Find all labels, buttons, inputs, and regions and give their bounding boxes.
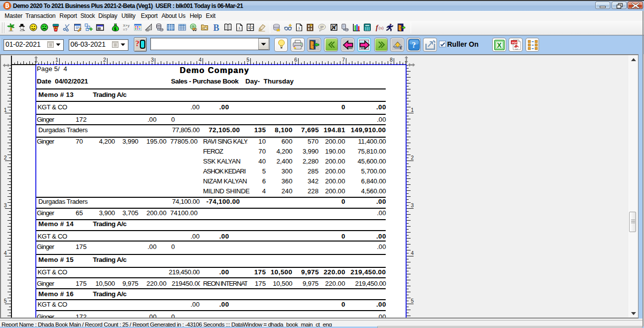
svg-text:1: 1 xyxy=(400,45,402,50)
svg-text:2: 2 xyxy=(251,25,254,30)
svg-text:(x): (x) xyxy=(379,26,384,30)
svg-text:.1.: .1. xyxy=(237,26,241,30)
svg-text:B: B xyxy=(214,23,219,33)
svg-text:N: N xyxy=(332,25,335,30)
svg-text:$: $ xyxy=(114,26,116,31)
svg-text:tool: tool xyxy=(515,48,518,50)
svg-text:PDF: PDF xyxy=(512,41,518,44)
svg-text:=?: =? xyxy=(123,27,127,32)
svg-text:00:: 00: xyxy=(98,27,103,30)
svg-text:1: 1 xyxy=(248,25,250,30)
svg-text:?: ? xyxy=(412,41,416,49)
svg-text:.1.: .1. xyxy=(297,26,301,30)
svg-text:X: X xyxy=(497,41,502,49)
